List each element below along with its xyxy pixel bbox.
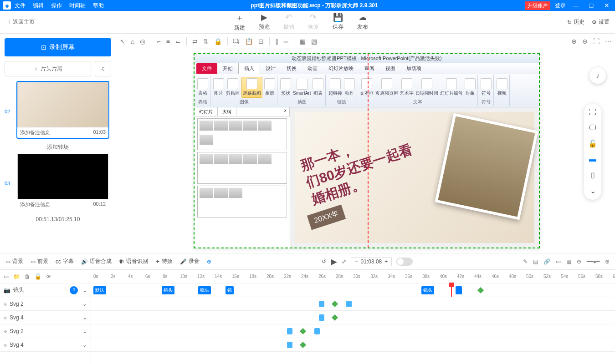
camera-clip[interactable]	[456, 286, 462, 294]
camera-clip[interactable]: 默认	[93, 286, 106, 294]
bb-语音识别[interactable]: 🗣语音识别	[119, 258, 148, 265]
ribbon-表格[interactable]: 表格	[197, 78, 208, 96]
clip-03[interactable]: 添加备注信息00:12	[16, 153, 109, 211]
ribbon-图表[interactable]: 图表	[313, 78, 323, 96]
history-button[interactable]: ↻历史	[567, 18, 584, 26]
flip-h-icon[interactable]: ⇄	[192, 38, 198, 45]
add-transition[interactable]: 添加转场	[5, 142, 111, 153]
ribbon-图片[interactable]: 图片	[213, 78, 224, 96]
保存-button[interactable]: 💾保存	[333, 12, 343, 32]
ribbon-SmartArt[interactable]: SmartArt	[293, 79, 311, 96]
track-item[interactable]	[332, 314, 338, 321]
ribbon-超链接[interactable]: 超链接	[328, 78, 342, 96]
music-button[interactable]: ♫	[95, 61, 111, 76]
ribbon-屏幕截图[interactable]: 屏幕截图	[241, 77, 262, 98]
rewind-icon[interactable]: ↺	[322, 258, 326, 265]
track-0[interactable]	[91, 297, 615, 311]
ppt-tab-0[interactable]: 文件	[196, 63, 217, 74]
slides-tab[interactable]: 幻灯片	[195, 107, 218, 116]
tl-folder-icon[interactable]: 📁	[13, 273, 20, 280]
close-panel-icon[interactable]: ×	[281, 107, 290, 116]
track-head-2[interactable]: ⟐Svg 2⌄	[0, 324, 91, 338]
pointer-icon[interactable]: ↖	[120, 38, 125, 45]
timeline-ruler[interactable]: 0s2s4s6s8s10s12s14s16s18s20s22s24s26s28s…	[91, 270, 615, 283]
撤销-button[interactable]: ↶撤销	[283, 12, 294, 32]
more-icon[interactable]: ⋯	[605, 38, 611, 45]
floating-music-button[interactable]: ♪	[589, 67, 606, 84]
bb-语音合成[interactable]: 🔊语音合成	[81, 258, 112, 265]
paste-icon[interactable]: 📋	[245, 38, 253, 45]
device-icon[interactable]: 🖵	[589, 124, 596, 132]
预览-button[interactable]: ▶预览	[259, 12, 270, 32]
menu-help[interactable]: 帮助	[93, 2, 104, 10]
ribbon-视频[interactable]: 视频	[497, 78, 507, 96]
menu-file[interactable]: 文件	[15, 2, 26, 10]
viewport[interactable]: 动态浪漫婚纱照相册PPT模板 - Microsoft PowerPoint(产品…	[116, 49, 615, 253]
track-item[interactable]	[332, 301, 338, 307]
ppt-tab-3[interactable]: 设计	[260, 63, 281, 74]
tl-add-icon[interactable]: ▭	[4, 273, 9, 280]
track-item[interactable]	[319, 314, 324, 321]
tl-lock-icon[interactable]: 🔓	[35, 273, 41, 280]
camera-clip[interactable]: 镜	[226, 286, 234, 294]
track-item[interactable]	[287, 342, 292, 348]
chevron-down-icon[interactable]: ⌄	[82, 342, 87, 348]
maximize-button[interactable]: □	[586, 2, 597, 9]
ribbon-对象[interactable]: 对象	[465, 78, 476, 96]
align-bottom-icon[interactable]: ⌙	[175, 38, 181, 45]
track-item[interactable]	[300, 328, 306, 334]
恢复-button[interactable]: ↷恢复	[308, 12, 319, 32]
zoom-slider[interactable]: ━━●━	[587, 258, 600, 265]
fullscreen-icon[interactable]: ⛶	[589, 108, 596, 116]
outline-tab[interactable]: 大纲	[218, 107, 236, 116]
expand-icon[interactable]: ⤢	[342, 258, 346, 265]
track-1[interactable]	[91, 311, 615, 324]
home-icon[interactable]: ⌂	[131, 38, 134, 45]
track-item[interactable]	[319, 301, 324, 307]
edit-icon[interactable]: ✎	[523, 258, 528, 265]
down-icon[interactable]: ⌄	[590, 187, 596, 195]
tl-eye-icon[interactable]: 👁	[46, 273, 51, 280]
track-item[interactable]	[287, 328, 292, 334]
toggle-switch[interactable]	[396, 258, 413, 266]
lock-icon[interactable]: 🔒	[214, 38, 222, 45]
ppt-tab-5[interactable]: 动画	[302, 63, 323, 74]
menu-edit[interactable]: 编辑	[33, 2, 44, 10]
settings-button[interactable]: ⚙设置	[592, 18, 610, 26]
zoom-out-icon[interactable]: ⊖	[582, 38, 588, 45]
camera-clip[interactable]: 镜头	[162, 286, 174, 294]
fit-icon[interactable]: ⛶	[593, 38, 600, 45]
zoom-out-btn[interactable]: ⊖	[577, 258, 581, 265]
track-head-0[interactable]: ⟐Svg 2⌄	[0, 297, 91, 311]
record-screen-button[interactable]: ⊡ 录制屏幕	[5, 38, 111, 56]
track-item[interactable]	[346, 301, 352, 307]
time-plus[interactable]: +	[384, 258, 388, 265]
ribbon-艺术字[interactable]: 艺术字	[400, 78, 414, 96]
copy-icon[interactable]: ⿻	[233, 38, 240, 45]
unlock-icon[interactable]: 🔓	[588, 139, 597, 148]
ppt-tab-7[interactable]: 审阅	[359, 63, 380, 74]
chevron-down-icon[interactable]: ⌄	[82, 287, 87, 293]
link-icon[interactable]: 🔗	[543, 258, 550, 265]
hdist-icon[interactable]: ‖	[275, 38, 278, 45]
track-item[interactable]	[314, 328, 320, 334]
slide-thumb-5[interactable]	[197, 118, 287, 150]
zoom-in-btn[interactable]: ⊕	[605, 258, 610, 265]
camera-clip[interactable]: 镜头	[198, 286, 211, 294]
ungroup-icon[interactable]: ▧	[311, 38, 317, 45]
ribbon-形状[interactable]: 形状	[280, 78, 291, 96]
display-icon[interactable]: ▬	[589, 155, 596, 163]
ppt-tab-1[interactable]: 开始	[217, 63, 238, 74]
group-icon[interactable]: ▦	[300, 38, 306, 45]
ribbon-幻灯片编号[interactable]: 幻灯片编号	[440, 78, 463, 96]
ribbon-日期和时间[interactable]: 日期和时间	[415, 78, 438, 96]
frame-icon[interactable]: ▭	[556, 258, 561, 265]
help-icon[interactable]: ?	[70, 286, 78, 294]
chevron-down-icon[interactable]: ⌄	[82, 314, 87, 321]
camera-track[interactable]: 默认镜头镜头镜镜头	[91, 283, 615, 297]
ribbon-剪贴画[interactable]: 剪贴画	[226, 78, 240, 96]
ribbon-页眉和页脚[interactable]: 页眉和页脚	[375, 78, 398, 96]
time-minus[interactable]: −	[355, 258, 358, 265]
upgrade-button[interactable]: 升级账户	[525, 1, 550, 10]
slide-thumb-6[interactable]	[197, 152, 287, 184]
